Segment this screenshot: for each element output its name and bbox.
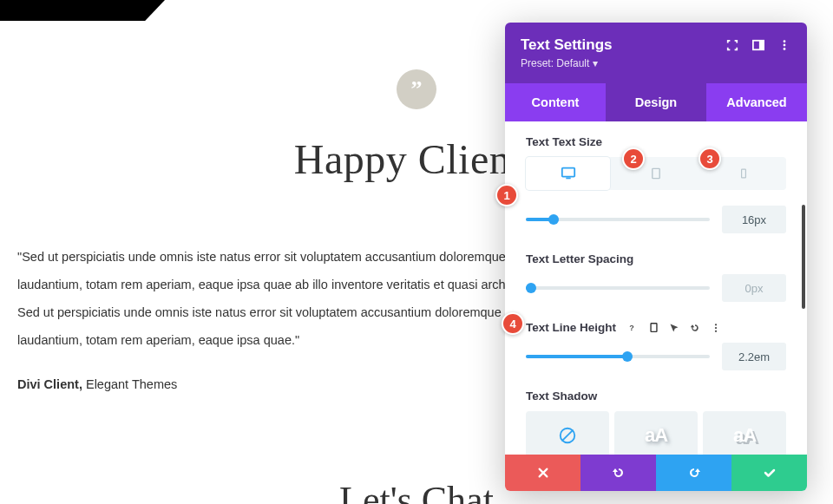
- responsive-icon[interactable]: [647, 322, 659, 334]
- tab-content[interactable]: Content: [505, 83, 606, 121]
- dock-icon[interactable]: [751, 38, 765, 52]
- tab-advanced[interactable]: Advanced: [706, 83, 807, 121]
- attribution-name: Divi Client,: [17, 377, 82, 391]
- svg-rect-6: [566, 178, 570, 180]
- quote-icon: ”: [397, 69, 436, 109]
- expand-icon[interactable]: [725, 38, 739, 52]
- testimonial-body: "Sed ut perspiciatis unde omnis iste nat…: [17, 244, 555, 355]
- label-line-height: Text Line Height ?: [526, 321, 786, 334]
- text-settings-panel: Text Settings Preset: Default ▾ Content …: [505, 23, 807, 491]
- hover-icon[interactable]: [668, 322, 680, 334]
- panel-preset[interactable]: Preset: Default ▾: [521, 57, 612, 69]
- panel-footer: [505, 455, 807, 491]
- text-size-value[interactable]: 16px: [722, 206, 786, 233]
- svg-rect-1: [759, 41, 764, 50]
- panel-header[interactable]: Text Settings Preset: Default ▾: [505, 23, 807, 83]
- reset-icon[interactable]: [689, 322, 701, 334]
- annotation-badge-4: 4: [502, 312, 524, 335]
- device-desktop[interactable]: [526, 157, 610, 190]
- device-tabs: [526, 157, 786, 190]
- annotation-badge-1: 1: [495, 184, 518, 206]
- panel-body: Text Text Size 16px Text Letter Spacing: [505, 121, 807, 455]
- shadow-none[interactable]: [526, 411, 609, 455]
- svg-point-13: [715, 330, 717, 331]
- menu-dots-icon[interactable]: [777, 38, 791, 52]
- tab-design[interactable]: Design: [606, 83, 706, 121]
- label-text-size: Text Text Size: [526, 135, 786, 148]
- svg-rect-7: [653, 168, 659, 178]
- svg-line-15: [562, 429, 574, 441]
- panel-title: Text Settings: [521, 36, 612, 54]
- line-height-slider[interactable]: [526, 355, 710, 358]
- svg-point-3: [784, 44, 786, 47]
- cancel-button[interactable]: [505, 455, 580, 491]
- save-button[interactable]: [731, 455, 807, 491]
- svg-point-2: [784, 40, 786, 43]
- help-icon[interactable]: ?: [626, 322, 639, 334]
- svg-rect-8: [742, 169, 746, 178]
- undo-button[interactable]: [580, 455, 656, 491]
- svg-rect-10: [651, 324, 657, 332]
- annotation-badge-2: 2: [622, 147, 645, 170]
- letter-spacing-slider[interactable]: [526, 286, 710, 290]
- attribution-role: Elegant Themes: [82, 377, 177, 391]
- label-letter-spacing: Text Letter Spacing: [526, 252, 786, 265]
- svg-rect-5: [561, 168, 574, 177]
- annotation-badge-3: 3: [699, 147, 721, 170]
- redo-button[interactable]: [656, 455, 731, 491]
- svg-point-11: [715, 324, 717, 325]
- shadow-preset-2[interactable]: aA: [703, 411, 786, 455]
- svg-text:?: ?: [629, 324, 634, 332]
- panel-tabs: Content Design Advanced: [505, 83, 807, 121]
- shadow-preset-1[interactable]: aA: [614, 411, 698, 455]
- line-height-value[interactable]: 2.2em: [722, 343, 786, 370]
- letter-spacing-value[interactable]: 0px: [722, 274, 786, 302]
- text-size-slider[interactable]: [526, 218, 710, 221]
- svg-point-12: [715, 326, 717, 328]
- scrollbar[interactable]: [802, 205, 805, 309]
- more-icon[interactable]: [710, 322, 722, 334]
- svg-point-4: [784, 48, 786, 50]
- label-text-shadow: Text Shadow: [526, 389, 786, 403]
